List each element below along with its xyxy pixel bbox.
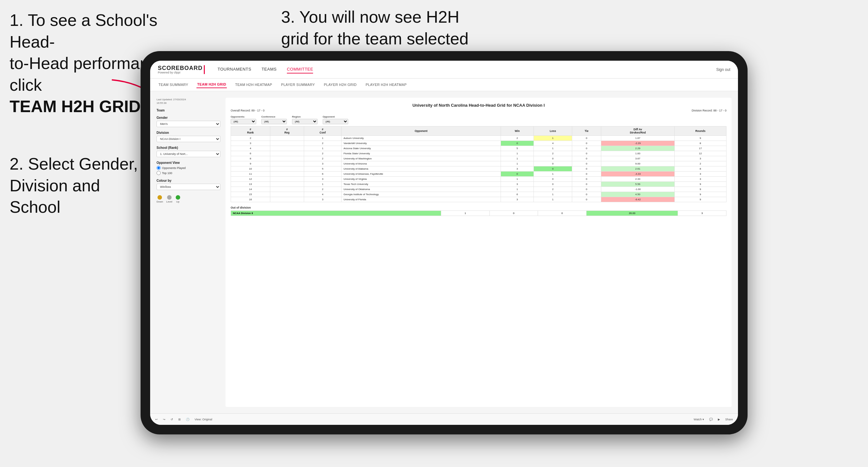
panel-timestamp: Last Updated: 27/03/2024 16:55:38 [157,98,220,105]
col-diff: Diff AvStrokes/Rnd [601,126,674,136]
table-row: 62Florida State University1201.8312 [231,151,726,156]
table-header-row: #Rank #Reg #Conf Opponent Win Loss Tie D… [231,126,726,136]
table-row: 32Vanderbilt University040-2.298 [231,141,726,146]
nav-links: TOURNAMENTS TEAMS COMMITTEE [218,65,716,73]
ood-tie: 0 [538,211,587,216]
opponents-filter: Opponents: (All) [231,115,256,124]
toolbar: ↩ ↪ ↺ ⊞ 🕐 View: Original Watch ▾ 💬 ▶ Sha… [150,413,738,425]
radio-opponents-played[interactable]: Opponents Played [157,166,220,170]
radio-group: Opponents Played Top 100 [157,166,220,175]
toolbar-watch[interactable]: Watch ▾ [693,418,704,421]
table-row: 105University of Alabama3002.618 [231,166,726,172]
col-rank: #Rank [231,126,270,136]
division-section: Division NCAA Division I [157,131,220,142]
division-label: Division [157,131,220,134]
legend-down-dot [157,195,162,200]
sub-nav-player-h2h-grid[interactable]: PLAYER H2H GRID [323,82,358,88]
instruction-3: 3. You will now see H2H grid for the tea… [281,6,469,50]
grid-title: University of North Carolina Head-to-Hea… [231,103,726,107]
table-row: 21Auburn University2101.679 [231,136,726,141]
toolbar-undo[interactable]: ↩ [155,418,158,421]
legend-up-label: Up [176,200,179,203]
toolbar-redo[interactable]: ↪ [163,418,165,421]
school-label: School (Rank) [157,146,220,150]
opponent-filter: Opponent (All) [323,115,348,124]
school-select[interactable]: 1. University of Nort... [157,151,220,157]
sub-nav-team-h2h-heatmap[interactable]: TEAM H2H HEATMAP [235,82,273,88]
toolbar-refresh[interactable]: ↺ [170,418,173,421]
ood-name: NCAA Division II [231,211,441,216]
sub-nav: TEAM SUMMARY TEAM H2H GRID TEAM H2H HEAT… [150,79,738,91]
table-row: 154Georgia Institute of Technology6104.5… [231,192,726,197]
gender-select[interactable]: Men's [157,121,220,127]
logo-text: SCOREBOARD [158,65,203,71]
col-loss: Loss [534,126,572,136]
logo-accent [204,65,205,74]
col-opponent: Opponent [342,126,501,136]
h2h-table: #Rank #Reg #Conf Opponent Win Loss Tie D… [231,126,726,202]
left-panel: Last Updated: 27/03/2024 16:55:38 Team G… [157,98,220,407]
app-nav: SCOREBOARD Powered by clippi TOURNAMENTS… [150,61,738,79]
ood-table: NCAA Division II 1 0 0 26.00 3 [231,211,726,216]
nav-tournaments[interactable]: TOURNAMENTS [218,65,251,73]
toolbar-present[interactable]: ▶ [718,418,720,421]
legend-level-dot [167,195,172,200]
region-filter: Region (All) [292,115,317,124]
ood-row: NCAA Division II 1 0 0 26.00 3 [231,211,726,216]
table-row: 82University of Washington1003.673 [231,156,726,161]
sub-nav-player-h2h-heatmap[interactable]: PLAYER H2H HEATMAP [365,82,407,88]
filter-row: Opponents: (All) Conference (All) Region [231,115,726,124]
radio-top100-input[interactable] [157,171,161,175]
legend-level: Level [166,195,172,203]
conference-filter-label: Conference [261,115,287,118]
table-row: 93University of Arizona1009.002 [231,161,726,166]
ood-win: 1 [441,211,490,216]
legend-down: Down [157,195,163,203]
nav-committee[interactable]: COMMITTEE [287,65,313,73]
sub-nav-player-summary[interactable]: PLAYER SUMMARY [280,82,316,88]
toolbar-share[interactable]: Share [725,418,733,421]
out-of-division: Out of division NCAA Division II 1 0 0 2… [231,206,726,216]
sub-nav-team-h2h-grid[interactable]: TEAM H2H GRID [196,81,227,88]
ood-diff: 26.00 [586,211,678,216]
col-conf: #Conf [304,126,342,136]
instruction-2: 2. Select Gender, Division and School [9,153,138,218]
legend-level-label: Level [166,200,172,203]
opponents-filter-label: Opponents: [231,115,256,118]
table-row: 41Arizona State University5102.2917 [231,146,726,151]
division-record: Division Record: 88 - 17 - 0 [692,109,726,112]
region-filter-label: Region [292,115,317,118]
grid-records: Overall Record: 89 - 17 - 0 Division Rec… [231,109,726,112]
main-content: Last Updated: 27/03/2024 16:55:38 Team G… [150,91,738,413]
nav-teams[interactable]: TEAMS [261,65,277,73]
sub-nav-team-summary[interactable]: TEAM SUMMARY [158,82,189,88]
table-row: 142University of Oklahoma120-1.009 [231,187,726,192]
conference-filter-select[interactable]: (All) [261,119,287,124]
device-frame: SCOREBOARD Powered by clippi TOURNAMENTS… [141,51,748,434]
team-section: Team [157,108,220,112]
division-select[interactable]: NCAA Division I [157,136,220,142]
col-tie: Tie [572,126,601,136]
toolbar-copy[interactable]: ⊞ [178,418,181,421]
toolbar-comment[interactable]: 💬 [709,418,713,421]
toolbar-time[interactable]: 🕐 [186,418,189,421]
opponent-view-section: Opponent View Opponents Played Top 100 [157,161,220,175]
opponents-filter-select[interactable]: (All) [231,119,256,124]
opponent-view-label: Opponent View [157,161,220,164]
table-row: 116University of Arkansas, Fayetteville0… [231,172,726,177]
opponent-filter-label: Opponent [323,115,348,118]
sign-out-link[interactable]: Sign out [716,67,730,72]
device-screen: SCOREBOARD Powered by clippi TOURNAMENTS… [150,61,738,425]
school-section: School (Rank) 1. University of Nort... [157,146,220,157]
radio-opponents-played-input[interactable] [157,166,161,170]
opponent-filter-select[interactable]: (All) [323,119,348,124]
color-legend: Down Level Up [157,195,220,203]
app-logo: SCOREBOARD Powered by clippi [158,65,205,74]
colour-by-label: Colour by [157,179,220,182]
table-row: 123University of Virginia1002.333 [231,177,726,182]
colour-by-select[interactable]: Win/loss [157,184,220,190]
logo-sub: Powered by clippi [158,71,203,74]
region-filter-select[interactable]: (All) [292,119,317,124]
radio-top100[interactable]: Top 100 [157,171,220,175]
conference-filter: Conference (All) [261,115,287,124]
